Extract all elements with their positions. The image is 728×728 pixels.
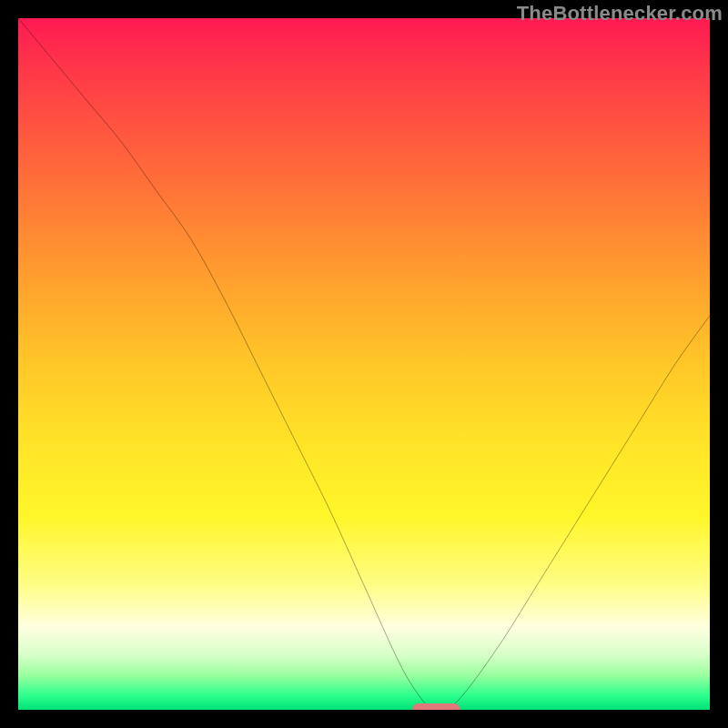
attribution-text: TheBottlenecker.com — [517, 2, 723, 25]
optimum-marker — [412, 703, 460, 710]
plot-area — [18, 18, 710, 710]
chart-frame: TheBottlenecker.com — [0, 0, 728, 728]
bottleneck-curve — [18, 18, 710, 710]
